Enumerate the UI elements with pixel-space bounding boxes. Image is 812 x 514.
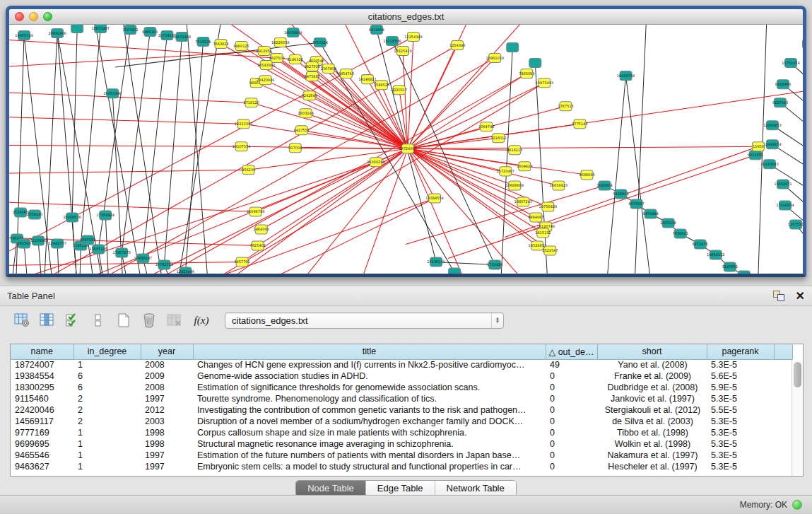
table-row[interactable]: 1938455462009Genome-wide association stu… [11, 370, 792, 382]
graph-node[interactable]: 5938923 [613, 189, 628, 199]
citation-edge-black[interactable] [608, 76, 626, 275]
graph-node[interactable]: 917004 [288, 144, 302, 153]
graph-node[interactable]: 7663822 [213, 40, 228, 49]
graph-node[interactable]: 9329966 [775, 80, 791, 89]
graph-node[interactable]: 15720407 [497, 167, 514, 176]
citation-edge-red[interactable] [9, 201, 256, 211]
graph-node[interactable]: 2718120 [243, 98, 259, 107]
graph-node[interactable]: 8454743 [339, 69, 354, 78]
citation-edge-red[interactable] [408, 146, 758, 148]
scrollbar-thumb[interactable] [794, 362, 801, 387]
graph-node[interactable]: 6966160 [142, 28, 158, 37]
citation-edge-red[interactable] [363, 148, 408, 275]
citation-edge-black[interactable] [94, 25, 140, 276]
column-header-year[interactable]: year [141, 344, 193, 359]
graph-node[interactable]: 17016504 [776, 201, 794, 210]
column-header-filler[interactable] [774, 344, 792, 359]
graph-node[interactable]: 9227343 [772, 98, 788, 107]
graph-node[interactable]: 17957273 [113, 248, 131, 257]
table-row[interactable]: 911546021997Tourette syndrome. Phenomeno… [11, 393, 792, 404]
network-window-titlebar[interactable]: citations_edges.txt [9, 9, 803, 25]
graph-node[interactable]: 12213393 [235, 119, 252, 129]
column-header-name[interactable]: name [11, 344, 73, 359]
graph-node[interactable]: 1254349 [449, 41, 465, 50]
graph-node[interactable]: 1064748 [478, 122, 494, 132]
graph-node[interactable]: 9884067 [528, 213, 543, 222]
graph-node[interactable]: 9960125 [233, 42, 249, 51]
memory-ok-indicator[interactable] [792, 500, 802, 510]
graph-node[interactable]: 8912954 [257, 47, 272, 56]
table-row[interactable]: 946554611997Estimation of the future num… [11, 450, 792, 461]
graph-node[interactable]: 8215955 [748, 151, 763, 160]
graph-node[interactable]: 4616213 [507, 146, 522, 155]
column-header-in_degree[interactable]: in_degree [73, 344, 141, 359]
graph-node[interactable] [529, 59, 541, 68]
graph-node[interactable]: 1588520 [374, 81, 389, 90]
graph-node[interactable]: 2935134 [661, 218, 676, 228]
citation-edge-red[interactable] [261, 148, 408, 229]
network-view-window[interactable]: citations_edges.txt 14055724206914061065… [6, 6, 806, 277]
graph-node[interactable]: 1604623 [517, 162, 532, 171]
citation-edge-black[interactable] [185, 42, 203, 272]
citation-edge-black[interactable] [501, 47, 512, 276]
graph-node[interactable]: 7857224 [312, 38, 328, 47]
table-row[interactable]: 946362711997Embryonic stem cells: a mode… [11, 461, 792, 472]
graph-node[interactable]: 7515526 [195, 37, 211, 47]
graph-node[interactable]: 15692971 [774, 180, 792, 189]
graph-node[interactable]: 10654112 [707, 250, 724, 259]
citation-edge-red[interactable] [151, 162, 376, 275]
table-row[interactable]: 1830029562008Estimation of significance … [11, 382, 792, 393]
graph-node[interactable]: 1640954 [596, 181, 612, 190]
graph-node[interactable]: 9699695 [579, 170, 594, 180]
graph-node[interactable]: 8471676 [693, 240, 708, 249]
graph-node[interactable]: 12942757 [48, 239, 66, 248]
graph-node[interactable]: 2803144 [298, 109, 314, 118]
citation-edge-black[interactable] [796, 224, 803, 258]
table-selector-dropdown[interactable]: citations_edges.txt ▲▼ [225, 313, 504, 329]
column-header-out_degree[interactable]: △ out_de… [546, 344, 597, 359]
graph-node[interactable]: 1464093 [253, 225, 269, 234]
new-table-icon[interactable] [113, 310, 134, 330]
graph-node[interactable]: 7625402 [249, 241, 265, 250]
citation-edge-red[interactable] [9, 170, 249, 173]
citation-edge-black[interactable] [38, 241, 41, 276]
citation-edge-red[interactable] [266, 80, 408, 148]
graph-node[interactable]: 18107554 [233, 142, 250, 151]
select-all-rows-icon[interactable] [62, 310, 83, 330]
column-header-title[interactable]: title [193, 344, 546, 359]
citation-edge-red[interactable] [408, 88, 803, 148]
close-panel-icon[interactable]: ✕ [796, 291, 805, 302]
graph-node[interactable]: 10653267 [92, 25, 110, 33]
function-builder-icon[interactable]: f(x) [189, 315, 213, 327]
graph-node[interactable]: 8220317 [392, 86, 407, 95]
graph-node[interactable]: 1167531 [788, 220, 803, 229]
graph-node[interactable]: 2526065 [13, 208, 28, 217]
graph-node[interactable]: 16210643 [760, 160, 778, 169]
citation-edge-red[interactable] [9, 92, 252, 103]
graph-node[interactable]: 1733426 [487, 260, 502, 269]
graph-node[interactable]: 7485083 [519, 69, 534, 78]
graph-node[interactable]: 1615132 [535, 228, 551, 238]
citation-edge-red[interactable] [30, 162, 376, 275]
table-row[interactable]: 1872400712008Changes of HCN gene express… [11, 359, 792, 370]
graph-node[interactable]: 6879197 [628, 199, 644, 209]
graph-node[interactable]: 3475685 [305, 72, 320, 81]
graph-node[interactable]: 16648784 [617, 71, 635, 81]
close-window-button[interactable] [15, 12, 24, 21]
graph-node[interactable] [738, 271, 750, 276]
column-header-pagerank[interactable]: pagerank [707, 344, 774, 359]
citation-edge-red[interactable] [310, 95, 408, 148]
float-panel-icon[interactable] [773, 291, 786, 302]
citation-edge-black[interactable] [143, 35, 167, 259]
citation-edge-red[interactable] [242, 148, 408, 262]
graph-node[interactable]: 20691406 [48, 29, 66, 38]
graph-node[interactable]: 9242844 [302, 91, 317, 100]
graph-node[interactable] [449, 268, 461, 276]
network-canvas[interactable]: 1405572420691406106532671527602696616010… [9, 25, 803, 276]
graph-node[interactable]: 18226058 [271, 38, 289, 47]
graph-node[interactable] [507, 43, 519, 52]
graph-node[interactable]: 16654923 [550, 181, 567, 190]
table-settings-icon[interactable] [11, 310, 33, 330]
citation-edge-black[interactable] [626, 76, 650, 275]
table-vertical-scrollbar[interactable] [792, 360, 803, 477]
